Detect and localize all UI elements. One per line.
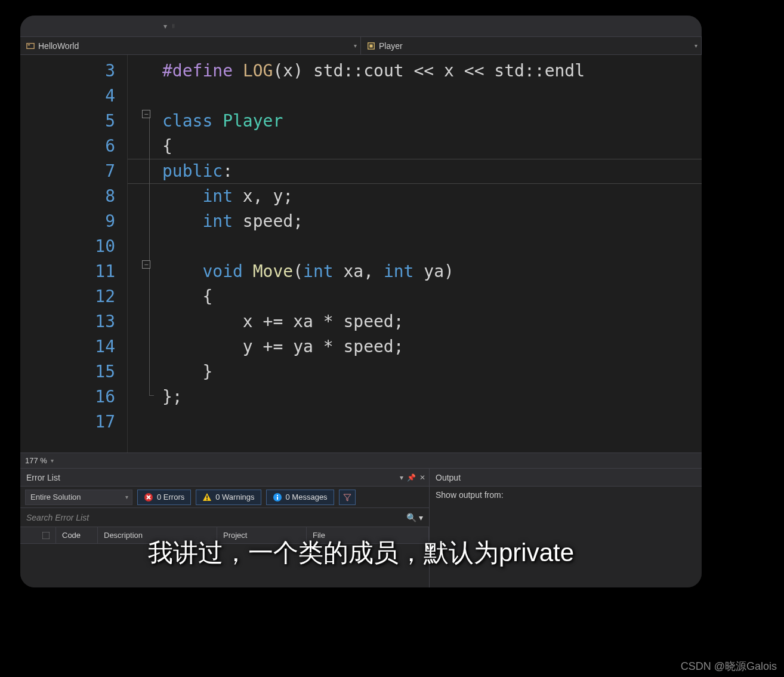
svg-rect-3	[369, 44, 372, 47]
svg-rect-9	[277, 495, 278, 496]
svg-rect-8	[277, 497, 278, 500]
error-list-title-bar[interactable]: Error List ▾ 📌 ✕	[20, 469, 429, 487]
messages-filter[interactable]: 0 Messages	[266, 490, 334, 505]
chevron-down-icon: ▾	[354, 42, 357, 49]
ide-window: ▾ ⁞⁞ HelloWorld ▾ Player ▾ 3456789101112…	[20, 16, 702, 587]
code-content[interactable]: #define LOG(x) std::cout << x << std::en…	[128, 55, 702, 435]
messages-count: 0 Messages	[286, 493, 328, 501]
panel-title-text: Output	[436, 473, 461, 482]
output-toolbar: Show output from:	[430, 487, 702, 503]
outline-end	[149, 395, 154, 396]
svg-rect-10	[42, 532, 50, 539]
error-icon	[144, 493, 153, 502]
zoom-control[interactable]: 177 % ▾	[20, 453, 702, 468]
output-title-bar[interactable]: Output	[430, 469, 702, 487]
svg-rect-0	[27, 43, 34, 48]
filter-icon	[342, 493, 352, 502]
zoom-value: 177 %	[25, 456, 47, 465]
navigation-bar: HelloWorld ▾ Player ▾	[20, 37, 702, 55]
column-project[interactable]: Project	[217, 527, 307, 543]
build-filter-button[interactable]	[339, 490, 356, 505]
nav-project-label: HelloWorld	[38, 41, 79, 51]
panel-title-text: Error List	[26, 473, 60, 482]
column-code[interactable]: Code	[56, 527, 98, 543]
svg-rect-6	[206, 499, 208, 500]
error-list-panel: Error List ▾ 📌 ✕ Entire Solution ▾ 0 Err…	[20, 469, 430, 587]
class-icon	[367, 42, 375, 50]
svg-rect-1	[28, 44, 30, 45]
fold-toggle[interactable]: −	[142, 260, 150, 269]
scope-dropdown[interactable]: Entire Solution ▾	[25, 490, 132, 505]
chevron-down-icon[interactable]: ▾	[163, 22, 167, 30]
search-icon: 🔍 ▾	[406, 513, 423, 522]
warnings-count: 0 Warnings	[215, 493, 254, 501]
errors-filter[interactable]: 0 Errors	[137, 490, 191, 505]
errors-count: 0 Errors	[157, 493, 184, 501]
chevron-down-icon[interactable]: ▾	[400, 473, 403, 482]
category-icon	[42, 532, 50, 539]
column-category[interactable]	[20, 527, 56, 543]
output-from-label: Show output from:	[436, 490, 504, 500]
column-description[interactable]: Description	[98, 527, 217, 543]
pin-icon[interactable]: 📌	[407, 473, 416, 482]
scope-value: Entire Solution	[30, 493, 81, 501]
fold-toggle[interactable]: −	[142, 110, 150, 118]
nav-project-dropdown[interactable]: HelloWorld ▾	[20, 37, 361, 54]
error-table-header: Code Description Project File	[20, 527, 429, 544]
column-file[interactable]: File	[307, 527, 429, 543]
info-icon	[273, 493, 282, 502]
error-search[interactable]: Search Error List 🔍 ▾	[20, 508, 429, 527]
chevron-down-icon: ▾	[125, 494, 128, 500]
warnings-filter[interactable]: 0 Warnings	[196, 490, 261, 505]
outline-column: − −	[142, 55, 160, 453]
close-icon[interactable]: ✕	[419, 473, 425, 482]
nav-scope-label: Player	[379, 41, 403, 51]
warning-icon	[202, 493, 212, 502]
toolbar-strip: ▾ ⁞⁞	[20, 16, 702, 37]
chevron-down-icon: ▾	[51, 457, 54, 464]
outline-guide	[149, 118, 150, 395]
nav-scope-dropdown[interactable]: Player ▾	[361, 37, 702, 54]
code-editor[interactable]: 34567891011121314151617 − − #define LOG(…	[20, 55, 702, 453]
project-icon	[26, 42, 35, 50]
search-placeholder: Search Error List	[26, 513, 89, 522]
output-panel: Output Show output from:	[430, 469, 702, 587]
svg-rect-5	[206, 496, 208, 498]
watermark: CSDN @晓源Galois	[681, 659, 777, 673]
bottom-panels: Error List ▾ 📌 ✕ Entire Solution ▾ 0 Err…	[20, 468, 702, 587]
grip-icon[interactable]: ⁞⁞	[172, 23, 174, 29]
error-filter-row: Entire Solution ▾ 0 Errors 0 Warnings 0 …	[20, 487, 429, 508]
chevron-down-icon: ▾	[695, 42, 697, 49]
line-number-gutter: 34567891011121314151617	[20, 55, 128, 453]
